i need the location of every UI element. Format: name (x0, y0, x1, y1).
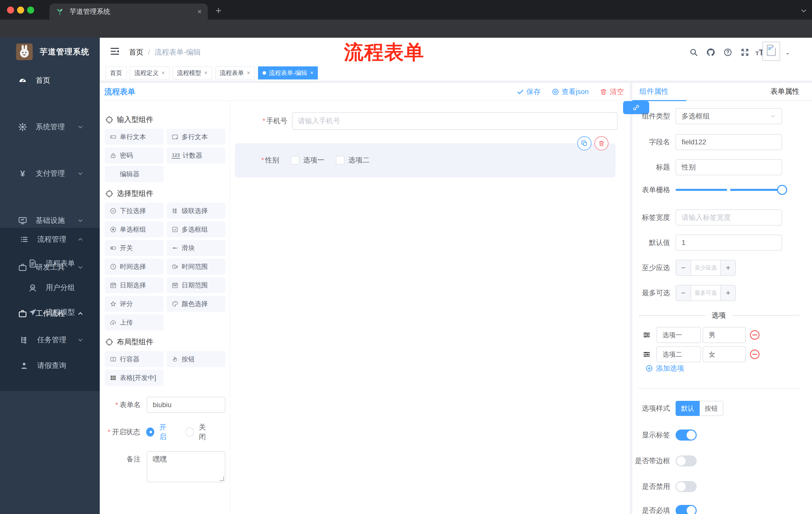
default-value-input[interactable]: 1 (675, 235, 782, 251)
gender-widget-selected[interactable]: *性别 选项一 选项二 (235, 143, 615, 178)
form-remark-textarea[interactable]: 嘿嘿 (147, 451, 225, 482)
phone-input[interactable]: 请输入手机号 (292, 112, 617, 130)
status-on-radio[interactable] (146, 428, 154, 437)
style-option-默认[interactable]: 默认 (675, 401, 700, 416)
remove-option-icon[interactable] (749, 349, 760, 360)
option-label-input[interactable]: 选项一 (657, 327, 701, 343)
gender-option1-label[interactable]: 选项一 (303, 155, 324, 165)
tab-component-props[interactable]: 组件属性 (639, 86, 669, 97)
component-item-上传[interactable]: 上传 (105, 314, 164, 330)
min-select-input[interactable]: 至少应选 (691, 260, 720, 275)
new-tab-button[interactable]: + (215, 5, 221, 16)
sidebar-item-支付管理[interactable]: ¥支付管理 (0, 160, 100, 187)
breadcrumb-home[interactable]: 首页 (129, 47, 143, 57)
status-on-label[interactable]: 开启 (159, 423, 172, 441)
remove-option-icon[interactable] (749, 329, 760, 341)
form-name-input[interactable]: biubiu (147, 397, 225, 413)
toggle-是否必填[interactable] (675, 505, 697, 514)
component-item-日期范围[interactable]: 日期范围 (167, 277, 225, 293)
toggle-是否禁用[interactable] (675, 481, 697, 492)
component-item-日期选择[interactable]: 日期选择 (105, 277, 164, 293)
component-type-select[interactable]: 多选框组 (675, 108, 782, 124)
gender-option1-checkbox[interactable] (291, 156, 299, 164)
gender-option2-label[interactable]: 选项二 (348, 155, 370, 165)
browser-tab[interactable]: 芋道管理系统 × (50, 3, 208, 20)
tab-close-icon[interactable]: × (197, 7, 202, 16)
sidebar-item-流程表单[interactable]: 流程表单 (0, 251, 100, 276)
help-icon[interactable] (723, 48, 732, 57)
component-item-密码[interactable]: 密码 (105, 147, 164, 163)
sidebar-item-流程管理[interactable]: 流程管理 (0, 225, 100, 253)
sidebar-item-请假查询[interactable]: 请假查询 (0, 352, 100, 379)
tag-close-icon[interactable]: × (204, 70, 207, 76)
tag-close-icon[interactable]: × (162, 70, 165, 76)
option-value-input[interactable]: 男 (703, 327, 746, 343)
component-item-单行文本[interactable]: 单行文本 (105, 129, 164, 145)
sidebar-item-用户分组[interactable]: 用户分组 (0, 275, 100, 300)
component-item-行容器[interactable]: 行容器 (105, 351, 164, 367)
title-input[interactable]: 性别 (675, 159, 782, 175)
user-avatar[interactable] (762, 42, 780, 61)
phone-field-widget[interactable]: *手机号 请输入手机号 (230, 112, 630, 130)
component-item-滑块[interactable]: 滑块 (167, 240, 225, 256)
component-item-多行文本[interactable]: 多行文本 (167, 129, 225, 145)
search-icon[interactable] (689, 48, 698, 57)
component-item-按钮[interactable]: 按钮 (167, 351, 225, 367)
style-option-按钮[interactable]: 按钮 (700, 401, 723, 416)
avatar-caret-down-icon[interactable] (785, 51, 791, 57)
toggle-是否带边框[interactable] (675, 455, 697, 466)
drag-handle-icon[interactable] (642, 350, 651, 359)
component-item-时间范围[interactable]: 时间范围 (167, 259, 225, 275)
option-value-input[interactable]: 女 (703, 346, 746, 362)
component-item-开关[interactable]: 开关 (105, 240, 164, 256)
sidebar-brand[interactable]: 芋道管理系统 (0, 40, 100, 63)
tab-search-chevron-icon[interactable] (800, 6, 808, 15)
tab-form-props[interactable]: 表单属性 (770, 86, 800, 97)
field-name-input[interactable]: field122 (675, 134, 782, 150)
clear-button[interactable]: 清空 (600, 87, 624, 97)
minus-button[interactable]: − (676, 286, 691, 300)
github-icon[interactable] (706, 48, 715, 57)
tag-tab-流程表单[interactable]: 流程表单× (215, 66, 255, 79)
gender-option2-checkbox[interactable] (336, 156, 344, 164)
tag-tab-首页[interactable]: 首页 (106, 66, 127, 79)
widget-delete-button[interactable] (594, 136, 609, 151)
component-item-多选框组[interactable]: 多选框组 (167, 221, 225, 237)
component-item-单选框组[interactable]: 单选框组 (105, 221, 164, 237)
tag-close-icon[interactable]: × (310, 70, 314, 76)
window-close-button[interactable] (7, 6, 14, 13)
status-off-label[interactable]: 关闭 (199, 423, 211, 441)
drag-handle-icon[interactable] (642, 331, 651, 339)
component-item-表格[开发中][interactable]: 表格[开发中] (105, 370, 164, 386)
component-item-时间选择[interactable]: 时间选择 (105, 259, 164, 275)
component-item-下拉选择[interactable]: 下拉选择 (105, 203, 164, 219)
component-item-级联选择[interactable]: 级联选择 (167, 203, 225, 219)
tag-tab-流程模型[interactable]: 流程模型× (173, 66, 212, 79)
tag-close-icon[interactable]: × (247, 70, 250, 76)
window-minimize-button[interactable] (17, 6, 24, 13)
option-label-input[interactable]: 选项二 (657, 346, 701, 362)
sidebar-item-首页[interactable]: 首页 (0, 66, 100, 94)
status-off-radio[interactable] (186, 428, 194, 437)
save-button[interactable]: 保存 (517, 87, 541, 97)
component-item-计数器[interactable]: 123计数器 (167, 147, 225, 163)
tag-tab-流程表单-编辑[interactable]: 流程表单-编辑× (258, 66, 318, 79)
form-grid-slider[interactable] (675, 185, 782, 195)
slider-handle[interactable] (777, 185, 787, 195)
sidebar-collapse-icon[interactable] (110, 46, 120, 56)
max-select-input[interactable]: 最多可选 (691, 286, 720, 300)
sidebar-item-任务管理[interactable]: 任务管理 (0, 326, 100, 354)
tag-tab-流程定义[interactable]: 流程定义× (130, 66, 169, 79)
component-item-评分[interactable]: 评分 (105, 296, 164, 312)
plus-button[interactable]: + (720, 260, 735, 275)
sidebar-item-系统管理[interactable]: 系统管理 (0, 113, 100, 141)
plus-button[interactable]: + (720, 286, 735, 300)
minus-button[interactable]: − (676, 260, 691, 275)
fullscreen-icon[interactable] (741, 48, 749, 57)
toggle-显示标签[interactable] (675, 430, 697, 440)
widget-copy-button[interactable] (577, 136, 591, 151)
view-json-button[interactable]: 查看json (552, 87, 589, 97)
component-item-颜色选择[interactable]: 颜色选择 (167, 296, 225, 312)
sidebar-item-流程模型[interactable]: 流程模型 (0, 300, 100, 325)
component-item-编辑器[interactable]: 编辑器 (105, 166, 164, 182)
